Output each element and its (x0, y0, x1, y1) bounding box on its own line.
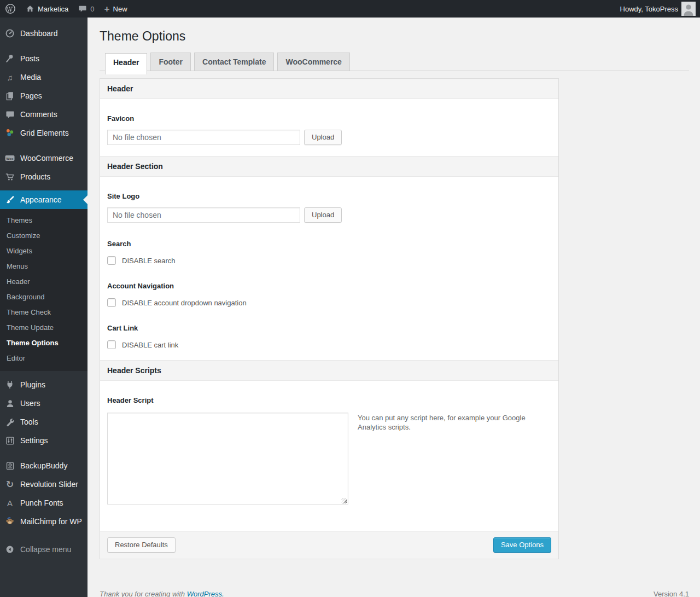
search-label: Search (107, 240, 551, 248)
main-content: Theme Options Header Footer Contact Temp… (88, 18, 700, 597)
submenu-item-theme-update[interactable]: Theme Update (0, 320, 88, 335)
appearance-submenu: Themes Customize Widgets Menus Header Ba… (0, 209, 88, 371)
theme-options-panel: Header Favicon Upload Header Section Sit… (100, 78, 559, 559)
disable-search-checkbox[interactable] (107, 256, 116, 265)
new-content-button[interactable]: + New (100, 0, 132, 18)
admin-bar: Marketica 0 + New Howdy, TokoPress (0, 0, 700, 18)
sidebar-item-users[interactable]: Users (0, 394, 88, 413)
sidebar-item-posts[interactable]: Posts (0, 49, 88, 68)
tab-header[interactable]: Header (105, 53, 147, 74)
monkey-icon (4, 516, 15, 527)
comment-count: 0 (90, 5, 94, 13)
page-footer: Thank you for creating with WordPress. V… (100, 559, 689, 597)
save-options-button[interactable]: Save Options (493, 537, 551, 553)
wrench-icon (4, 416, 15, 427)
site-logo-upload-button[interactable]: Upload (304, 207, 342, 223)
submenu-item-menus[interactable]: Menus (0, 259, 88, 274)
admin-sidebar: Dashboard Posts ♫ Media Pages Comments (0, 18, 88, 597)
header-script-field: Header Script You can put any script her… (107, 396, 551, 507)
dashboard-icon (4, 28, 15, 39)
home-icon (26, 4, 34, 13)
section-header-section-title: Header Section (100, 156, 558, 177)
sidebar-item-pages[interactable]: Pages (0, 86, 88, 105)
tab-bar: Header Footer Contact Template WooCommer… (100, 53, 689, 71)
sidebar-item-mailchimp[interactable]: MailChimp for WP (0, 512, 88, 531)
search-field: Search DISABLE search (107, 240, 551, 265)
account-navigation-label: Account Navigation (107, 282, 551, 290)
sidebar-item-comments[interactable]: Comments (0, 105, 88, 124)
avatar (681, 2, 696, 16)
sidebar-item-plugins[interactable]: Plugins (0, 375, 88, 394)
plugin-icon (4, 379, 15, 390)
submenu-item-themes[interactable]: Themes (0, 213, 88, 228)
panel-footer: Restore Defaults Save Options (100, 531, 558, 559)
settings-sliders-icon (4, 435, 15, 446)
comments-icon (4, 109, 15, 120)
grid-elements-icon (4, 127, 15, 138)
sidebar-item-media[interactable]: ♫ Media (0, 68, 88, 86)
sidebar-item-revolution-slider[interactable]: ↻ Revolution Slider (0, 475, 88, 494)
letter-a-icon: A (4, 497, 15, 508)
cart-link-label: Cart Link (107, 324, 551, 332)
media-icon: ♫ (4, 72, 15, 83)
site-logo-label: Site Logo (107, 192, 551, 200)
tab-footer[interactable]: Footer (150, 53, 191, 71)
footer-thanks-text: Thank you for creating with WordPress. (100, 590, 224, 597)
sidebar-item-backupbuddy[interactable]: BackupBuddy (0, 456, 88, 475)
site-link[interactable]: Marketica (21, 0, 73, 18)
tab-woocommerce[interactable]: WooCommerce (277, 53, 349, 71)
sidebar-item-woocommerce[interactable]: Woo WooCommerce (0, 149, 88, 167)
pin-icon (4, 53, 15, 64)
wordpress-link[interactable]: WordPress. (187, 590, 224, 597)
sidebar-item-grid-elements[interactable]: Grid Elements (0, 124, 88, 142)
plus-icon: + (104, 4, 110, 14)
favicon-label: Favicon (107, 114, 551, 123)
submenu-item-header[interactable]: Header (0, 274, 88, 289)
submenu-item-widgets[interactable]: Widgets (0, 244, 88, 259)
favicon-field: Favicon Upload (107, 114, 551, 145)
woocommerce-icon: Woo (4, 153, 15, 164)
disable-account-nav-checkbox[interactable] (107, 298, 116, 307)
submenu-item-customize[interactable]: Customize (0, 228, 88, 244)
new-label: New (113, 5, 127, 13)
disable-cart-link-label: DISABLE cart link (122, 341, 178, 349)
submenu-item-theme-options[interactable]: Theme Options (0, 335, 88, 351)
site-name: Marketica (38, 5, 68, 13)
submenu-item-background[interactable]: Background (0, 289, 88, 305)
disable-cart-link-checkbox[interactable] (107, 340, 116, 349)
pages-icon (4, 90, 15, 101)
wordpress-logo-icon (5, 3, 16, 14)
favicon-upload-button[interactable]: Upload (304, 130, 342, 145)
disable-account-nav-label: DISABLE account dropdown navigation (122, 299, 247, 307)
section-header-scripts-title: Header Scripts (100, 360, 558, 381)
account-navigation-field: Account Navigation DISABLE account dropd… (107, 282, 551, 307)
sidebar-item-punch-fonts[interactable]: A Punch Fonts (0, 494, 88, 512)
sidebar-item-dashboard[interactable]: Dashboard (0, 24, 88, 43)
site-logo-file-input[interactable] (107, 207, 300, 223)
account-menu[interactable]: Howdy, TokoPress (615, 0, 697, 18)
comments-shortcut[interactable]: 0 (73, 0, 99, 18)
cart-icon (4, 171, 15, 182)
header-script-label: Header Script (107, 396, 551, 404)
howdy-text: Howdy, TokoPress (620, 5, 678, 13)
tab-contact-template[interactable]: Contact Template (194, 53, 274, 71)
collapse-arrow-icon (4, 544, 15, 555)
page-title: Theme Options (100, 28, 689, 44)
section-header-title: Header (100, 79, 558, 99)
collapse-menu-button[interactable]: Collapse menu (0, 540, 88, 559)
sidebar-item-tools[interactable]: Tools (0, 413, 88, 431)
footer-version: Version 4.1 (654, 590, 689, 597)
sidebar-item-products[interactable]: Products (0, 167, 88, 186)
backup-drive-icon (4, 460, 15, 471)
paintbrush-icon (4, 194, 15, 205)
sidebar-item-appearance[interactable]: Appearance (0, 190, 88, 209)
submenu-item-editor[interactable]: Editor (0, 351, 88, 366)
header-script-hint: You can put any script here, for example… (358, 413, 527, 432)
sidebar-item-settings[interactable]: Settings (0, 431, 88, 450)
favicon-file-input[interactable] (107, 130, 300, 145)
wordpress-menu-button[interactable] (0, 0, 21, 18)
restore-defaults-button[interactable]: Restore Defaults (107, 537, 176, 553)
user-icon (4, 398, 15, 409)
submenu-item-theme-check[interactable]: Theme Check (0, 305, 88, 320)
header-script-textarea[interactable] (107, 413, 348, 505)
